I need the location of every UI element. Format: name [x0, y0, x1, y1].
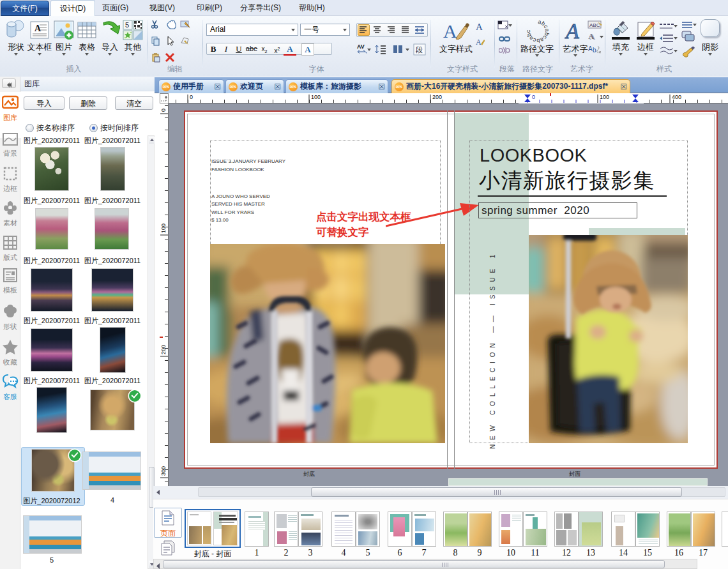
svg-text:A: A — [588, 45, 593, 52]
svg-text:abcabcabcabc: abcabcabcabc — [526, 19, 550, 43]
svg-text:100: 100 — [160, 224, 167, 233]
svg-text:A: A — [565, 19, 579, 43]
svg-text:200: 200 — [160, 345, 167, 354]
svg-text:A: A — [588, 31, 595, 41]
svg-text:100: 100 — [311, 94, 321, 100]
svg-text:A: A — [476, 38, 482, 47]
svg-text:ABC: ABC — [589, 22, 600, 28]
svg-text:A: A — [476, 22, 483, 32]
svg-text:A: A — [443, 20, 457, 42]
svg-text:b: b — [593, 47, 596, 54]
svg-text:AV: AV — [357, 43, 365, 50]
svg-text:200: 200 — [432, 94, 442, 100]
svg-text:0: 0 — [160, 109, 167, 112]
svg-text:0: 0 — [532, 94, 535, 100]
svg-text:5: 5 — [125, 21, 129, 29]
svg-text:300: 300 — [160, 466, 167, 476]
svg-text:段: 段 — [416, 46, 423, 54]
svg-text:400: 400 — [672, 94, 681, 100]
svg-text:0: 0 — [190, 94, 193, 100]
svg-text:100: 100 — [600, 94, 609, 100]
